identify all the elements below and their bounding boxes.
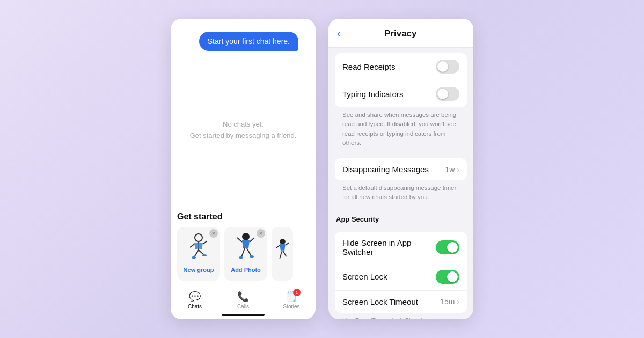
- back-button[interactable]: ‹: [337, 27, 341, 40]
- add-photo-label: Add Photo: [231, 267, 261, 273]
- disappearing-chevron-icon: ›: [457, 165, 459, 174]
- hide-screen-label: Hide Screen in App Switcher: [342, 238, 436, 256]
- get-started-title: Get started: [177, 212, 309, 222]
- read-receipts-label: Read Receipts: [342, 62, 436, 71]
- stories-badge: 1: [293, 289, 301, 296]
- nav-calls-label: Calls: [237, 304, 249, 310]
- get-started-cards: ✕: [177, 227, 309, 281]
- privacy-panel: ‹ Privacy Read Receipts Typing Indicator…: [328, 19, 473, 319]
- hide-screen-toggle[interactable]: [436, 240, 459, 254]
- svg-line-3: [203, 241, 207, 244]
- panels-container: Start your first chat here. No chats yet…: [171, 19, 473, 319]
- new-group-label: New group: [184, 267, 214, 273]
- svg-line-5: [199, 250, 204, 255]
- app-security-card: Hide Screen in App Switcher Screen Lock …: [335, 232, 467, 313]
- privacy-title: Privacy: [347, 28, 454, 39]
- svg-point-8: [242, 233, 250, 240]
- typing-indicators-toggle[interactable]: [436, 87, 459, 101]
- receipts-desc: See and share when messages are being re…: [335, 107, 467, 153]
- disappearing-card: Disappearing Messages 1w ›: [335, 158, 467, 180]
- screen-lock-knob: [447, 271, 458, 282]
- receipts-card: Read Receipts Typing Indicators: [335, 53, 467, 107]
- typing-indicators-knob: [437, 89, 448, 99]
- svg-line-17: [276, 245, 280, 248]
- start-chat-bubble: Start your first chat here.: [199, 32, 298, 51]
- privacy-scroll[interactable]: Read Receipts Typing Indicators See and …: [328, 48, 473, 319]
- hide-screen-row[interactable]: Hide Screen in App Switcher: [335, 232, 467, 263]
- svg-line-19: [283, 251, 286, 257]
- screen-lock-label: Screen Lock: [342, 272, 436, 281]
- home-indicator: [222, 314, 265, 316]
- nav-item-calls[interactable]: 📞 Calls: [219, 291, 267, 310]
- add-photo-card[interactable]: ✕: [224, 227, 267, 281]
- disappearing-desc: Set a default disappearing message timer…: [335, 180, 467, 208]
- svg-line-10: [250, 238, 254, 242]
- read-receipts-row[interactable]: Read Receipts: [335, 53, 467, 80]
- new-group-close-icon[interactable]: ✕: [209, 229, 218, 238]
- new-group-card[interactable]: ✕: [177, 227, 220, 281]
- disappearing-messages-row[interactable]: Disappearing Messages 1w ›: [335, 158, 467, 180]
- calls-icon: 📞: [237, 291, 249, 303]
- privacy-header: ‹ Privacy: [328, 19, 473, 48]
- read-receipts-toggle[interactable]: [436, 60, 459, 74]
- bottom-nav: 💬 Chats 📞 Calls 🗒️ 1 Stories: [171, 286, 316, 312]
- chat-header: Start your first chat here.: [171, 19, 316, 55]
- nav-item-stories[interactable]: 🗒️ 1 Stories: [267, 291, 316, 310]
- empty-line2: Get started by messaging a friend.: [190, 130, 297, 142]
- screen-lock-timeout-label: Screen Lock Timeout: [342, 297, 440, 306]
- chat-panel: Start your first chat here. No chats yet…: [171, 19, 316, 319]
- typing-indicators-row[interactable]: Typing Indicators: [335, 80, 467, 107]
- screen-lock-row[interactable]: Screen Lock: [335, 263, 467, 291]
- nav-stories-label: Stories: [283, 304, 299, 310]
- svg-point-15: [280, 239, 286, 245]
- svg-line-12: [247, 248, 251, 256]
- svg-point-6: [192, 256, 196, 259]
- svg-line-11: [241, 248, 245, 257]
- svg-point-7: [202, 254, 207, 256]
- chat-empty-area: No chats yet. Get started by messaging a…: [171, 55, 316, 205]
- svg-line-16: [285, 243, 289, 245]
- chats-icon: 💬: [189, 291, 201, 303]
- nav-item-chats[interactable]: 💬 Chats: [171, 291, 219, 310]
- invite-card-partial[interactable]: [272, 227, 293, 281]
- hide-screen-knob: [447, 242, 458, 253]
- add-photo-close-icon[interactable]: ✕: [257, 229, 265, 238]
- empty-line1: No chats yet.: [223, 119, 264, 130]
- typing-indicators-label: Typing Indicators: [342, 90, 436, 99]
- svg-line-4: [194, 250, 199, 257]
- svg-line-18: [280, 251, 282, 259]
- svg-point-0: [195, 234, 202, 241]
- nav-chats-label: Chats: [188, 304, 202, 310]
- screen-lock-timeout-row[interactable]: Screen Lock Timeout 15m ›: [335, 291, 467, 313]
- face-id-desc: Use Face ID to unlock Signal.: [335, 313, 467, 320]
- svg-line-2: [190, 244, 194, 247]
- svg-line-9: [237, 238, 242, 242]
- disappearing-messages-label: Disappearing Messages: [342, 165, 445, 174]
- partial-figure-svg: [273, 232, 292, 275]
- screen-lock-timeout-chevron-icon: ›: [457, 297, 459, 306]
- screen-lock-timeout-value: 15m: [440, 297, 455, 306]
- svg-point-14: [250, 255, 254, 258]
- disappearing-messages-value: 1w: [445, 165, 455, 174]
- read-receipts-knob: [437, 61, 448, 72]
- screen-lock-toggle[interactable]: [436, 270, 459, 284]
- app-security-title: App Security: [328, 208, 473, 226]
- svg-point-13: [239, 256, 243, 259]
- get-started-section: Get started ✕: [171, 205, 316, 281]
- stories-icon: 🗒️ 1: [286, 291, 297, 303]
